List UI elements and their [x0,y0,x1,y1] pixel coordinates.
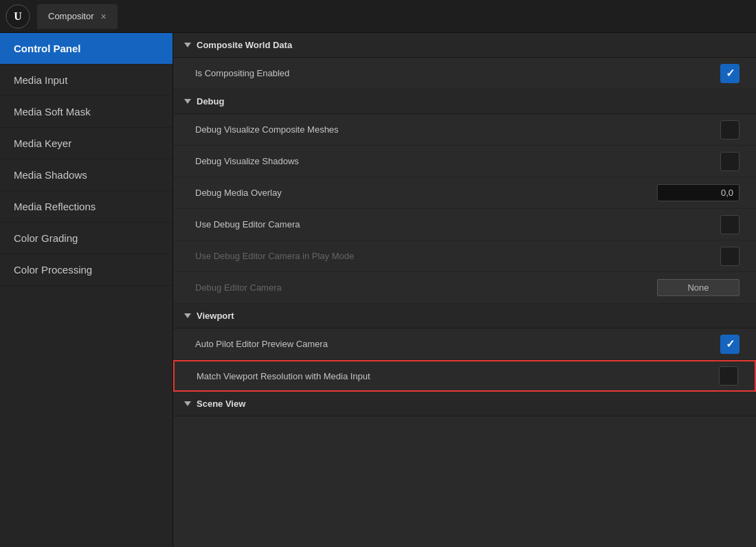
main-layout: Control Panel Media Input Media Soft Mas… [0,33,756,547]
prop-control-auto-pilot-editor-preview-camera: ✓ [657,335,740,354]
property-row-debug-visualize-shadows: Debug Visualize Shadows [173,146,756,177]
sidebar-item-media-reflections[interactable]: Media Reflections [0,191,173,223]
prop-control-is-compositing-enabled: ✓ [657,64,740,83]
sidebar-item-color-processing[interactable]: Color Processing [0,254,173,286]
section-viewport[interactable]: Viewport [173,304,756,328]
property-row-use-debug-editor-camera-play-mode: Use Debug Editor Camera in Play Mode [173,241,756,272]
prop-control-debug-visualize-composite-meshes [657,120,740,139]
prop-label-use-debug-editor-camera: Use Debug Editor Camera [195,219,300,230]
sidebar-item-media-shadows[interactable]: Media Shadows [0,159,173,191]
dropdown-debug-editor-camera[interactable]: None [657,279,740,296]
checkbox-use-debug-editor-camera[interactable] [720,215,740,234]
sidebar-item-label: Media Keyer [14,137,71,149]
prop-control-debug-media-overlay [657,184,740,201]
prop-control-debug-visualize-shadows [657,152,740,171]
compositor-tab[interactable]: Compositor × [37,4,118,29]
checkbox-debug-visualize-composite-meshes[interactable] [720,120,740,139]
collapse-arrow-scene-view-icon [184,401,191,406]
checkmark-icon: ✓ [726,68,735,79]
property-row-auto-pilot-editor-preview-camera: Auto Pilot Editor Preview Camera ✓ [173,328,756,360]
section-label: Composite World Data [197,40,292,50]
sidebar-item-media-input[interactable]: Media Input [0,65,173,96]
prop-label-debug-visualize-composite-meshes: Debug Visualize Composite Meshes [195,124,339,135]
property-row-match-viewport-resolution: Match Viewport Resolution with Media Inp… [173,360,756,392]
property-row-debug-visualize-composite-meshes: Debug Visualize Composite Meshes [173,114,756,146]
sidebar-item-control-panel[interactable]: Control Panel [0,33,173,65]
sidebar-item-media-soft-mask[interactable]: Media Soft Mask [0,96,173,128]
section-scene-view[interactable]: Scene View [173,392,756,416]
collapse-arrow-viewport-icon [184,313,191,318]
sidebar-item-media-keyer[interactable]: Media Keyer [0,128,173,159]
checkbox-auto-pilot-editor-preview-camera[interactable]: ✓ [720,335,740,354]
section-debug-label: Debug [197,96,224,107]
checkbox-debug-visualize-shadows[interactable] [720,152,740,171]
content-panel: Composite World Data Is Compositing Enab… [173,33,756,547]
section-scene-view-label: Scene View [197,399,245,409]
tab-close-button[interactable]: × [100,11,106,22]
prop-label-debug-editor-camera: Debug Editor Camera [195,282,282,293]
input-debug-media-overlay[interactable] [657,184,740,201]
section-composite-world-data[interactable]: Composite World Data [173,33,756,58]
title-bar: U Compositor × [0,0,756,33]
prop-control-use-debug-editor-camera [657,215,740,234]
sidebar-item-label: Media Input [14,74,67,86]
tab-label: Compositor [48,11,93,21]
property-row-is-compositing-enabled: Is Compositing Enabled ✓ [173,58,756,89]
collapse-arrow-debug-icon [184,99,191,104]
prop-label-debug-visualize-shadows: Debug Visualize Shadows [195,156,299,166]
prop-control-match-viewport-resolution [656,366,738,386]
prop-control-debug-editor-camera: None [657,279,740,296]
sidebar: Control Panel Media Input Media Soft Mas… [0,33,173,547]
prop-label-match-viewport-resolution: Match Viewport Resolution with Media Inp… [197,371,370,381]
prop-label-is-compositing-enabled: Is Compositing Enabled [195,68,289,78]
property-row-debug-media-overlay: Debug Media Overlay [173,177,756,209]
section-debug[interactable]: Debug [173,89,756,114]
prop-label-use-debug-editor-camera-play-mode: Use Debug Editor Camera in Play Mode [195,251,354,261]
checkbox-match-viewport-resolution[interactable] [719,366,738,386]
collapse-arrow-icon [184,43,191,47]
sidebar-item-label: Media Reflections [14,201,96,212]
sidebar-item-color-grading[interactable]: Color Grading [0,223,173,254]
svg-text:U: U [14,10,22,22]
prop-control-use-debug-editor-camera-play-mode [657,247,740,266]
checkbox-use-debug-editor-camera-play-mode[interactable] [720,247,740,266]
app-logo: U [5,4,30,29]
sidebar-item-label: Control Panel [14,43,81,54]
sidebar-item-label: Color Processing [14,264,92,276]
checkbox-is-compositing-enabled[interactable]: ✓ [720,64,740,83]
sidebar-item-label: Color Grading [14,232,78,244]
prop-label-debug-media-overlay: Debug Media Overlay [195,188,282,198]
checkmark-auto-pilot-icon: ✓ [726,339,735,350]
property-row-use-debug-editor-camera: Use Debug Editor Camera [173,209,756,241]
section-viewport-label: Viewport [197,311,234,321]
sidebar-item-label: Media Shadows [14,169,87,181]
sidebar-item-label: Media Soft Mask [14,106,91,118]
prop-label-auto-pilot-editor-preview-camera: Auto Pilot Editor Preview Camera [195,339,328,349]
property-row-debug-editor-camera: Debug Editor Camera None [173,272,756,304]
